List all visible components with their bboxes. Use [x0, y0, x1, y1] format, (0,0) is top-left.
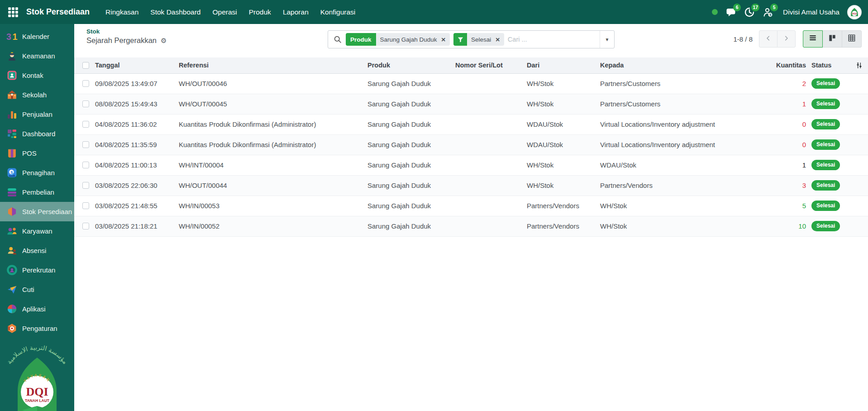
- sidebar-item-pos[interactable]: POS: [0, 143, 74, 163]
- cell-serial: [453, 73, 524, 94]
- sidebar-item-pembelian[interactable]: Pembelian: [0, 182, 74, 202]
- sidebar-item-label: Kontak: [22, 72, 43, 79]
- row-checkbox[interactable]: [82, 182, 89, 189]
- sidebar-item-perekrutan[interactable]: Perekrutan: [0, 260, 74, 280]
- sidebar-item-penjualan[interactable]: Penjualan: [0, 105, 74, 124]
- sidebar-item-label: Pembelian: [22, 188, 54, 196]
- row-checkbox[interactable]: [82, 223, 89, 229]
- menu-konfigurasi[interactable]: Konfigurasi: [315, 0, 362, 24]
- cell-status: Selesai: [809, 134, 850, 155]
- apps-grid-icon[interactable]: [7, 6, 19, 18]
- dashboard-tiles-icon: [6, 128, 18, 139]
- column-header-nomor-seri-lot[interactable]: Nomor Seri/Lot: [453, 57, 524, 73]
- current-app-name[interactable]: Stok Persediaan: [26, 7, 90, 17]
- row-checkbox[interactable]: [82, 80, 89, 87]
- facet-remove-icon[interactable]: ✕: [495, 36, 500, 43]
- menu-operasi[interactable]: Operasi: [206, 0, 243, 24]
- status-badge: Selesai: [811, 160, 840, 170]
- list-view: TanggalReferensiProdukNomor Seri/LotDari…: [74, 57, 868, 411]
- row-checkbox-cell: [74, 216, 92, 236]
- table-row[interactable]: 09/08/2025 13:49:07WH/OUT/00046Sarung Ga…: [74, 73, 868, 94]
- list-view-button[interactable]: [803, 30, 823, 48]
- quantity-value: 0: [802, 120, 806, 128]
- facet-remove-icon[interactable]: ✕: [441, 36, 446, 43]
- online-status-dot: [712, 9, 718, 15]
- messages-tray[interactable]: 6: [725, 7, 736, 18]
- sidebar-item-aplikasi[interactable]: Aplikasi: [0, 299, 74, 319]
- column-header-tanggal[interactable]: Tanggal: [92, 57, 176, 73]
- column-header-status[interactable]: Status: [809, 57, 850, 73]
- table-row[interactable]: 04/08/2025 11:35:59Kuantitas Produk Diko…: [74, 134, 868, 155]
- sidebar-item-cuti[interactable]: Cuti: [0, 280, 74, 299]
- menu-produk[interactable]: Produk: [243, 0, 277, 24]
- sidebar-item-dashboard[interactable]: Dashboard: [0, 124, 74, 143]
- cell-optional: [850, 73, 868, 94]
- sidebar-item-keamanan[interactable]: Keamanan: [0, 46, 74, 66]
- column-header-referensi[interactable]: Referensi: [176, 57, 365, 73]
- sidebar-item-kontak[interactable]: Kontak: [0, 66, 74, 85]
- user-menu[interactable]: Divisi Amal Usaha: [783, 8, 839, 16]
- row-checkbox[interactable]: [82, 162, 89, 168]
- status-badge: Selesai: [811, 180, 840, 190]
- column-header-produk[interactable]: Produk: [365, 57, 453, 73]
- cell-quantity: 3: [770, 175, 809, 196]
- table-body: 09/08/2025 13:49:07WH/OUT/00046Sarung Ga…: [74, 73, 868, 236]
- table-row[interactable]: 03/08/2025 21:18:21WH/IN/00052Sarung Gaj…: [74, 216, 868, 236]
- cell-product: Sarung Gajah Duduk: [365, 134, 453, 155]
- sidebar-item-sekolah[interactable]: Sekolah: [0, 85, 74, 105]
- kanban-view-icon: [828, 33, 837, 44]
- adjust-columns-icon[interactable]: [855, 61, 863, 68]
- quantity-value: 2: [802, 80, 806, 87]
- user-avatar[interactable]: DQI: [847, 5, 862, 19]
- search-dropdown-toggle[interactable]: ▼: [600, 31, 614, 48]
- column-header-kuantitas[interactable]: Kuantitas: [770, 57, 809, 73]
- sidebar-item-absensi[interactable]: Absensi: [0, 241, 74, 260]
- row-checkbox[interactable]: [82, 121, 89, 128]
- table-row[interactable]: 08/08/2025 15:49:43WH/OUT/00045Sarung Ga…: [74, 94, 868, 114]
- action-gear-icon[interactable]: ⚙: [161, 37, 167, 44]
- menu-laporan[interactable]: Laporan: [277, 0, 315, 24]
- column-header-kepada[interactable]: Kepada: [597, 57, 770, 73]
- search-bar[interactable]: ProdukSarung Gajah Duduk✕Selesai✕ ▼: [328, 30, 615, 48]
- requests-count-badge: 5: [770, 4, 778, 11]
- facet-value: Selesai✕: [467, 33, 504, 46]
- pager-next-button[interactable]: [777, 30, 796, 48]
- sidebar-item-karyawan[interactable]: Karyawan: [0, 221, 74, 241]
- cell-reference: Kuantitas Produk Dikonfirmasi (Administr…: [176, 134, 365, 155]
- pager-range: 1-8 / 8: [733, 35, 753, 43]
- app-menu-bar: RingkasanStok DashboardOperasiProdukLapo…: [100, 0, 361, 24]
- table-row[interactable]: 04/08/2025 11:36:02Kuantitas Produk Diko…: [74, 114, 868, 134]
- table-row[interactable]: 03/08/2025 21:48:55WH/IN/00053Sarung Gaj…: [74, 196, 868, 216]
- row-checkbox[interactable]: [82, 141, 89, 148]
- select-all-checkbox[interactable]: [82, 62, 89, 69]
- breadcrumb-section[interactable]: Stok: [86, 28, 167, 35]
- sidebar-item-pengaturan[interactable]: Pengaturan: [0, 319, 74, 338]
- cell-optional: [850, 94, 868, 114]
- cell-date: 04/08/2025 11:35:59: [92, 134, 176, 155]
- sidebar-item-label: Absensi: [22, 247, 46, 254]
- table-row[interactable]: 03/08/2025 22:06:30WH/OUT/00044Sarung Ga…: [74, 175, 868, 196]
- sidebar-item-penagihan[interactable]: $Penagihan: [0, 163, 74, 182]
- activities-tray[interactable]: 17: [744, 7, 755, 18]
- column-header-dari[interactable]: Dari: [524, 57, 597, 73]
- row-checkbox[interactable]: [82, 202, 89, 209]
- cell-date: 08/08/2025 15:49:43: [92, 94, 176, 114]
- pivot-view-button[interactable]: [842, 30, 862, 48]
- requests-tray[interactable]: $ 5: [763, 7, 773, 18]
- menu-stok-dashboard[interactable]: Stok Dashboard: [144, 0, 206, 24]
- control-panel: Stok Sejarah Pergerakkan ⚙ ProdukSarung …: [74, 24, 868, 57]
- sidebar-item-label: Aplikasi: [22, 305, 46, 313]
- cell-quantity: 10: [770, 216, 809, 236]
- cell-from: WH/Stok: [524, 175, 597, 196]
- table-row[interactable]: 04/08/2025 11:00:13WH/INT/00004Sarung Ga…: [74, 155, 868, 175]
- quantity-value: 0: [802, 141, 806, 148]
- pager-previous-button[interactable]: [759, 30, 777, 48]
- sidebar-item-kalender[interactable]: 31Kalender: [0, 27, 74, 46]
- search-input[interactable]: [508, 36, 600, 43]
- row-checkbox[interactable]: [82, 100, 89, 107]
- cell-to: Virtual Locations/Inventory adjustment: [597, 114, 770, 134]
- menu-ringkasan[interactable]: Ringkasan: [100, 0, 144, 24]
- kanban-view-button[interactable]: [822, 30, 842, 48]
- page-title: Sejarah Pergerakkan ⚙: [86, 36, 167, 45]
- sidebar-item-stok-persediaan[interactable]: Stok Persediaan: [0, 202, 74, 221]
